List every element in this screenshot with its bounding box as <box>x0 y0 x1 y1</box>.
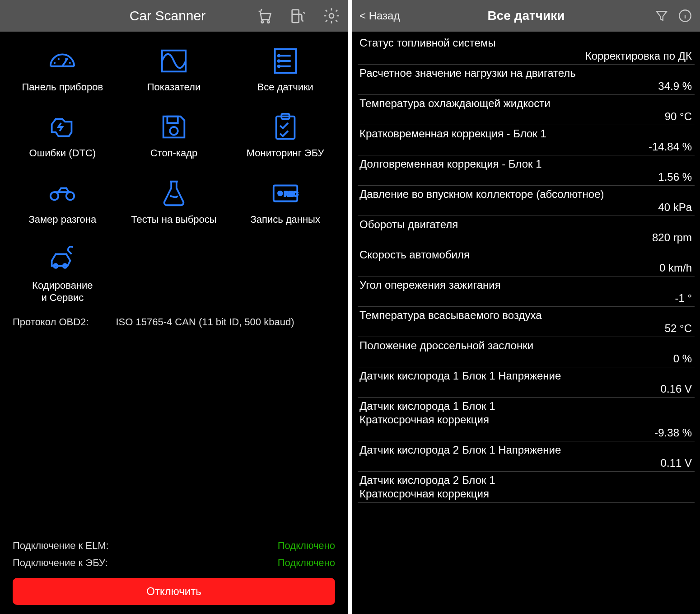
header-icons <box>256 7 341 25</box>
status-elm-row: Подключение к ELM: Подключено <box>13 537 335 554</box>
sensor-label: Положение дроссельной заслонки <box>359 339 693 352</box>
engine-icon <box>47 111 78 143</box>
tile-coding-service[interactable]: Кодирование и Сервис <box>9 244 116 304</box>
tile-label: Замер разгона <box>28 214 96 225</box>
svg-rect-2 <box>292 10 299 23</box>
sensor-value: 52 °C <box>359 322 693 335</box>
cart-icon[interactable] <box>256 7 274 25</box>
status-label: Подключение к ЭБУ: <box>13 557 108 569</box>
status-label: Подключение к ELM: <box>13 540 109 552</box>
tile-label: Панель приборов <box>22 81 103 93</box>
back-button[interactable]: < Назад <box>359 9 400 22</box>
sensor-row[interactable]: Положение дроссельной заслонки0 % <box>358 337 695 367</box>
tile-acceleration[interactable]: Замер разгона <box>9 178 116 225</box>
protocol-row: Протокол OBD2: ISO 15765-4 CAN (11 bit I… <box>0 308 348 336</box>
tile-indicators[interactable]: Показатели <box>121 45 228 93</box>
sensor-label: Давление во впускном коллекторе (абсолют… <box>359 187 693 201</box>
svg-point-10 <box>170 127 178 135</box>
sensor-label: Статус топливной системы <box>359 36 693 50</box>
filter-icon[interactable] <box>654 8 669 23</box>
bottom-panel: Подключение к ELM: Подключено Подключени… <box>0 537 348 614</box>
sensor-row[interactable]: Датчик кислорода 1 Блок 1 Краткосрочная … <box>358 398 695 441</box>
sensor-label: Долговременная коррекция - Блок 1 <box>359 157 693 171</box>
sensors-header: < Назад Все датчики <box>352 0 700 32</box>
rec-icon: REC <box>270 178 301 209</box>
status-value: Подключено <box>278 540 335 552</box>
protocol-label: Протокол OBD2: <box>13 316 89 328</box>
tile-freeze-frame[interactable]: Стоп-кадр <box>121 111 228 159</box>
sensor-value: -14.84 % <box>359 141 693 153</box>
svg-point-6 <box>278 55 280 57</box>
sensor-value: 0.11 V <box>359 457 693 469</box>
sensor-row[interactable]: Скорость автомобиля0 km/h <box>358 246 695 277</box>
sensor-label: Датчик кислорода 2 Блок 1 Краткосрочная … <box>359 473 693 501</box>
sensor-value: Корректировка по ДК <box>359 50 693 62</box>
sensor-value: -9.38 % <box>359 427 693 439</box>
tile-label: Стоп-кадр <box>150 147 198 159</box>
svg-point-16 <box>278 191 282 195</box>
tile-all-sensors[interactable]: Все датчики <box>232 45 339 93</box>
status-ecu-row: Подключение к ЭБУ: Подключено <box>13 554 335 572</box>
list-icon <box>270 45 301 77</box>
tile-data-recording[interactable]: REC Запись данных <box>232 178 339 225</box>
sensor-label: Расчетное значение нагрузки на двигатель <box>359 66 693 80</box>
drag-race-icon <box>47 178 78 209</box>
sensor-value: 90 °C <box>359 110 693 123</box>
tile-emission-tests[interactable]: Тесты на выбросы <box>121 178 228 225</box>
sensor-value: 0 km/h <box>359 262 693 274</box>
sensor-label: Датчик кислорода 1 Блок 1 Напряжение <box>359 369 693 383</box>
tile-label: Кодирование и Сервис <box>32 280 93 304</box>
info-icon[interactable] <box>677 8 693 23</box>
sensor-value: 820 rpm <box>359 231 693 244</box>
sensor-row[interactable]: Статус топливной системыКорректировка по… <box>358 34 695 65</box>
tile-dtc[interactable]: Ошибки (DTC) <box>9 111 116 159</box>
svg-point-3 <box>329 14 334 18</box>
sensor-row[interactable]: Температура всасываемого воздуха52 °C <box>358 307 695 337</box>
flask-icon <box>158 178 190 209</box>
sensor-row[interactable]: Угол опережения зажигания-1 ° <box>358 277 695 307</box>
floppy-icon <box>158 111 190 143</box>
sensor-value: 0 % <box>359 352 693 365</box>
sensor-row[interactable]: Кратковременная коррекция - Блок 1-14.84… <box>358 125 695 155</box>
car-wrench-icon <box>47 244 78 275</box>
sensor-value: 1.56 % <box>359 171 693 183</box>
disconnect-button[interactable]: Отключить <box>13 578 335 605</box>
main-header: Car Scanner <box>0 0 348 32</box>
tile-label: Все датчики <box>257 81 313 93</box>
sensor-row[interactable]: Датчик кислорода 1 Блок 1 Напряжение0.16… <box>358 367 695 398</box>
tile-label: Запись данных <box>250 214 320 225</box>
main-screen: Car Scanner Панель приборов Показатели <box>0 0 348 614</box>
svg-point-0 <box>261 21 264 23</box>
sensor-row[interactable]: Температура охлаждающей жидкости90 °C <box>358 95 695 125</box>
sensor-value: -1 ° <box>359 292 693 305</box>
app-title: Car Scanner <box>79 8 256 23</box>
svg-point-1 <box>267 21 270 23</box>
gear-icon[interactable] <box>322 7 341 25</box>
tile-dashboard[interactable]: Панель приборов <box>9 45 116 93</box>
svg-point-13 <box>51 192 59 200</box>
sensors-screen: < Назад Все датчики Статус топливной сис… <box>352 0 700 614</box>
sensor-row[interactable]: Долговременная коррекция - Блок 11.56 % <box>358 155 695 186</box>
sensor-value: 0.16 V <box>359 383 693 395</box>
tile-label: Ошибки (DTC) <box>29 147 96 159</box>
status-value: Подключено <box>278 557 335 569</box>
sensor-list[interactable]: Статус топливной системыКорректировка по… <box>352 32 700 614</box>
clipboard-check-icon <box>270 111 301 143</box>
fuel-icon[interactable] <box>289 7 307 25</box>
tile-label: Показатели <box>147 81 201 93</box>
sensor-row[interactable]: Датчик кислорода 2 Блок 1 Краткосрочная … <box>358 472 695 503</box>
svg-point-7 <box>278 60 280 62</box>
svg-text:REC: REC <box>284 190 298 197</box>
header-right-icons <box>654 8 693 23</box>
sensor-row[interactable]: Давление во впускном коллекторе (абсолют… <box>358 186 695 216</box>
sensor-row[interactable]: Расчетное значение нагрузки на двигатель… <box>358 65 695 95</box>
sensor-row[interactable]: Обороты двигателя820 rpm <box>358 216 695 246</box>
sensor-label: Скорость автомобиля <box>359 248 693 262</box>
sensor-row[interactable]: Датчик кислорода 2 Блок 1 Напряжение0.11… <box>358 441 695 472</box>
sensor-label: Температура всасываемого воздуха <box>359 309 693 322</box>
gauge-icon <box>47 45 78 77</box>
sensor-value: 34.9 % <box>359 80 693 93</box>
tile-ecu-monitor[interactable]: Мониторинг ЭБУ <box>232 111 339 159</box>
wave-icon <box>158 45 190 77</box>
sensor-label: Обороты двигателя <box>359 218 693 231</box>
